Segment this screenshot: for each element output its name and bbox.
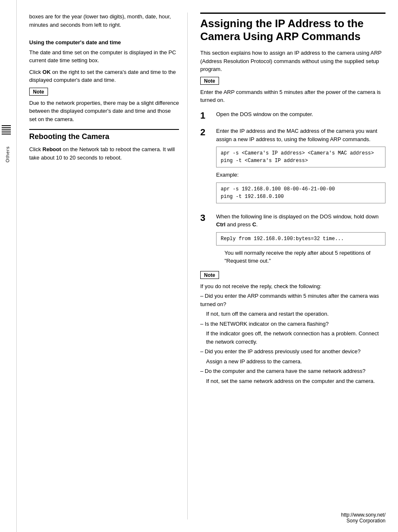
- reboot-title: Rebooting the Camera: [29, 129, 179, 141]
- step-1-content: Open the DOS window on the computer.: [216, 110, 385, 119]
- main-title: Assigning the IP Address to the Camera U…: [200, 13, 385, 43]
- note-text-1: Due to the network properties, there may…: [29, 99, 179, 124]
- note2-bullet1: – Did you enter the ARP commands within …: [200, 292, 385, 308]
- step-3-code-box: Reply from 192.168.0.100:bytes=32 time..…: [216, 232, 385, 246]
- step-2-number: 2: [200, 127, 213, 138]
- example-label: Example:: [216, 171, 385, 179]
- reboot-bold: Reboot: [43, 146, 61, 152]
- example-code-line1: apr -s 192.168.0.100 08-00-46-21-00-00: [221, 185, 381, 193]
- note-section-3: Note If you do not receive the reply, ch…: [200, 271, 385, 385]
- ctrl-bold: Ctrl: [216, 221, 225, 228]
- note2-bullet1-sub: If not, turn off the camera and restart …: [206, 310, 385, 318]
- note2-bullet3-sub: Assign a new IP address to the camera.: [206, 357, 385, 366]
- step-2-code-line1: apr -s <Camera's IP address> <Camera's M…: [221, 149, 381, 157]
- step-2-code-line2: ping -t <Camera's IP address>: [221, 157, 381, 165]
- sidebar: Others: [0, 0, 17, 532]
- date-time-body2: Click OK on the right to set the camera'…: [29, 68, 179, 84]
- note-box-3: Note: [200, 271, 219, 279]
- step-3-code: Reply from 192.168.0.100:bytes=32 time..…: [221, 235, 381, 243]
- left-column: boxes are for the year (lower two digits…: [17, 13, 188, 519]
- reboot-body: Click Reboot on the Network tab to reboo…: [29, 145, 179, 162]
- example-code-line2: ping -t 192.168.0.100: [221, 193, 381, 200]
- note-text-2: Enter the ARP commands within 5 minutes …: [200, 88, 385, 104]
- step-3-followup: You will normally receive the reply afte…: [224, 249, 385, 265]
- note2-bullet4-sub: If not, set the same network address on …: [206, 377, 385, 385]
- date-time-body: The date and time set on the computer is…: [29, 48, 179, 65]
- note2-bullet4: – Do the computer and the camera have th…: [200, 367, 385, 375]
- note2-intro: If you do not receive the reply, check t…: [200, 282, 385, 291]
- step-3-number: 3: [200, 213, 213, 223]
- example-code-box: apr -s 192.168.0.100 08-00-46-21-00-00 p…: [216, 182, 385, 203]
- sidebar-lines: [2, 125, 11, 134]
- right-column: Assigning the IP Address to the Camera U…: [188, 13, 398, 519]
- sidebar-label: Others: [5, 146, 10, 162]
- footer-company: Sony Corporation: [341, 518, 386, 524]
- note-label-2: Note: [204, 78, 215, 84]
- footer: http://www.sony.net/ Sony Corporation: [341, 512, 386, 524]
- footer-url: http://www.sony.net/: [341, 512, 386, 518]
- step-3: 3 When the following line is displayed o…: [200, 213, 385, 265]
- note2-bullet3: – Did you enter the IP address previousl…: [200, 347, 385, 356]
- bullet-list: If you do not receive the reply, check t…: [200, 282, 385, 385]
- note-label-3: Note: [204, 272, 215, 278]
- c-bold: C: [252, 221, 256, 228]
- note-section-1: Note Due to the network properties, ther…: [29, 88, 179, 124]
- step-3-text: When the following line is displayed on …: [216, 213, 385, 229]
- date-time-heading: Using the computer's date and time: [29, 38, 179, 47]
- note-section-2: Note Enter the ARP commands within 5 min…: [200, 77, 385, 104]
- step-2-text: Enter the IP address and the MAC address…: [216, 127, 385, 143]
- step-2-content: Enter the IP address and the MAC address…: [216, 127, 385, 207]
- intro-paragraph: This section explains how to assign an I…: [200, 49, 385, 73]
- note-box-1: Note: [29, 88, 48, 96]
- note-box-2: Note: [200, 77, 219, 85]
- step-1-text: Open the DOS window on the computer.: [216, 110, 385, 119]
- step-2-code-box: apr -s <Camera's IP address> <Camera's M…: [216, 147, 385, 167]
- step-3-content: When the following line is displayed on …: [216, 213, 385, 265]
- step-2: 2 Enter the IP address and the MAC addre…: [200, 127, 385, 207]
- note-label-1: Note: [33, 89, 44, 95]
- intro-text: boxes are for the year (lower two digits…: [29, 13, 179, 29]
- ok-bold: OK: [43, 69, 51, 75]
- step-1-number: 1: [200, 110, 213, 121]
- step-1: 1 Open the DOS window on the computer.: [200, 110, 385, 121]
- note2-bullet2-sub: If the indicator goes off, the network c…: [206, 329, 385, 346]
- note2-bullet2: – Is the NETWORK indicator on the camera…: [200, 320, 385, 328]
